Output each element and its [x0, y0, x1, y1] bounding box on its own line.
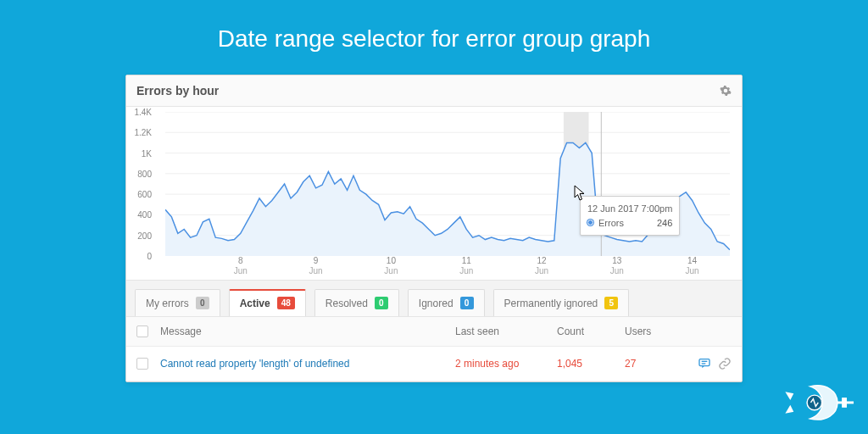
link-icon[interactable]: [718, 357, 732, 370]
ytick: 1K: [142, 148, 152, 158]
xtick: 9Jun: [309, 256, 323, 276]
filter-tab-active[interactable]: Active48: [229, 289, 306, 316]
tab-badge: 0: [460, 297, 474, 309]
tooltip-time: 12 Jun 2017 7:00pm: [587, 202, 672, 216]
chart[interactable]: 0 200 400 600 800 1K 1.2K 1.4K 8Jun9Jun1…: [126, 107, 742, 280]
table-header: Message Last seen Count Users: [126, 317, 742, 347]
filter-tab-permanently-ignored[interactable]: Permanently ignored5: [493, 289, 630, 316]
xtick: 8Jun: [234, 256, 248, 276]
xtick: 12Jun: [535, 256, 548, 276]
row-users: 27: [625, 358, 684, 370]
tab-badge: 0: [375, 297, 388, 309]
select-all-checkbox[interactable]: [136, 326, 148, 337]
col-header-last-seen: Last seen: [455, 326, 557, 337]
tooltip-series-dot: [587, 220, 593, 225]
chart-tooltip: 12 Jun 2017 7:00pm Errors 246: [580, 196, 680, 236]
tooltip-value: 246: [657, 216, 672, 231]
svg-rect-11: [699, 359, 709, 366]
tab-label: Resolved: [326, 298, 368, 309]
xtick: 14Jun: [686, 256, 699, 276]
xtick: 13Jun: [610, 256, 624, 276]
ytick: 800: [137, 169, 152, 178]
tab-label: Permanently ignored: [504, 298, 598, 309]
filter-tab-my-errors[interactable]: My errors0: [135, 289, 220, 316]
comment-icon[interactable]: [698, 357, 711, 370]
brand-logo: [782, 381, 856, 422]
xtick: 11Jun: [459, 256, 473, 276]
tab-label: Ignored: [419, 298, 453, 309]
tab-badge: 0: [196, 297, 209, 309]
errors-panel: Errors by hour 0 200 400 600 800 1K 1.2K…: [125, 75, 743, 382]
chart-x-axis: 8Jun9Jun10Jun11Jun12Jun13Jun14Jun: [165, 256, 730, 280]
error-message-link[interactable]: Cannot read property 'length' of undefin…: [160, 358, 349, 370]
ytick: 1.4K: [134, 108, 152, 117]
row-last-seen: 2 minutes ago: [455, 358, 557, 370]
page-title: Date range selector for error group grap…: [0, 0, 868, 68]
ytick: 1.2K: [134, 128, 152, 137]
ytick: 0: [147, 252, 152, 261]
gear-icon[interactable]: [720, 85, 732, 97]
filter-tab-ignored[interactable]: Ignored0: [408, 289, 485, 316]
tab-label: My errors: [146, 298, 189, 309]
cursor-icon: [574, 185, 587, 202]
panel-header: Errors by hour: [126, 75, 742, 107]
tooltip-series-name: Errors: [598, 216, 624, 231]
row-count: 1,045: [557, 358, 625, 370]
ytick: 400: [137, 210, 152, 220]
row-checkbox[interactable]: [136, 358, 148, 370]
tab-badge: 48: [277, 297, 295, 309]
col-header-message: Message: [160, 326, 455, 337]
col-header-users: Users: [625, 326, 684, 337]
panel-title: Errors by hour: [136, 84, 219, 97]
xtick: 10Jun: [384, 256, 398, 276]
chart-y-axis: 0 200 400 600 800 1K 1.2K 1.4K: [126, 112, 155, 256]
ytick: 200: [137, 231, 152, 240]
ytick: 600: [137, 190, 152, 199]
svg-rect-16: [843, 398, 846, 407]
tab-label: Active: [240, 298, 270, 309]
col-header-count: Count: [557, 326, 625, 337]
filter-tabs: My errors0Active48Resolved0Ignored0Perma…: [126, 280, 742, 317]
filter-tab-resolved[interactable]: Resolved0: [314, 289, 399, 316]
tab-badge: 5: [604, 297, 618, 309]
table-row[interactable]: Cannot read property 'length' of undefin…: [126, 347, 742, 381]
